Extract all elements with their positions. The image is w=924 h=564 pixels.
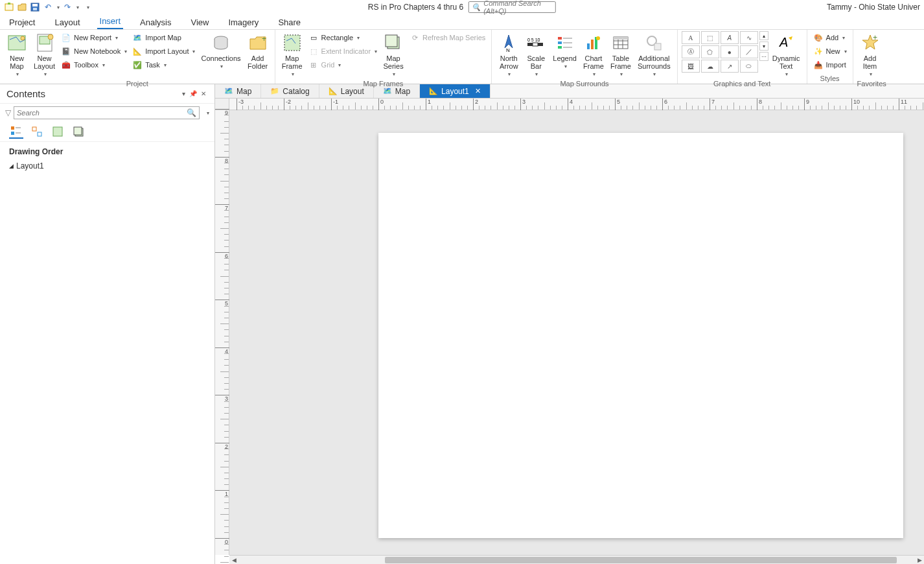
- open-project-icon[interactable]: [17, 2, 27, 12]
- rectangle-icon: ▭: [308, 32, 319, 43]
- import-layout-button[interactable]: 📐Import Layout▾: [130, 45, 197, 58]
- save-project-icon[interactable]: [30, 2, 40, 12]
- ruler-horizontal: -3-2-101234567891011: [229, 99, 924, 110]
- add-favorite-button[interactable]: + AddItem▾: [857, 31, 883, 78]
- pane-pin-icon[interactable]: 📌: [187, 90, 199, 97]
- search-dropdown-icon[interactable]: ▾: [207, 110, 209, 116]
- map-frame-icon: [282, 32, 303, 53]
- toc-tab-drawing-order[interactable]: [9, 124, 23, 139]
- chart-frame-button[interactable]: ChartFrame▾: [581, 31, 606, 78]
- svg-rect-12: [284, 35, 300, 51]
- horizontal-scrollbar[interactable]: ◀ ▶: [229, 555, 924, 564]
- new-report-button[interactable]: 📄New Report▾: [59, 31, 129, 44]
- map-series-button[interactable]: MapSeries▾: [380, 31, 406, 78]
- import-map-button[interactable]: 🗺️Import Map: [130, 31, 197, 44]
- add-style-icon: 🎨: [813, 32, 824, 43]
- new-project-icon[interactable]: [4, 2, 14, 12]
- toc-tab-element-type[interactable]: [30, 124, 44, 139]
- toc-item-label: Layout1: [16, 161, 44, 170]
- redo-icon[interactable]: ↷: [62, 2, 73, 12]
- ribbon-tab-project[interactable]: Project: [6, 16, 38, 29]
- undo-dropdown-icon[interactable]: ▾: [57, 5, 60, 10]
- toolbox-button[interactable]: 🧰Toolbox▾: [59, 58, 129, 71]
- redo-dropdown-icon[interactable]: ▾: [76, 5, 79, 10]
- point-tool-icon[interactable]: ●: [721, 45, 739, 58]
- circle-text-icon[interactable]: Ⓐ: [682, 45, 700, 58]
- svg-rect-22: [558, 46, 562, 49]
- command-search[interactable]: 🔍 Command Search (Alt+Q): [468, 1, 556, 13]
- dynamic-text-label: DynamicText: [772, 54, 800, 70]
- extent-icon: ⬚: [308, 46, 319, 56]
- layout-page[interactable]: [378, 133, 903, 538]
- legend-label: Legend: [553, 54, 577, 62]
- scroll-thumb[interactable]: [385, 557, 897, 563]
- toc-tab-map-series[interactable]: [71, 124, 86, 139]
- cloud-tool-icon[interactable]: ☁: [701, 60, 719, 73]
- styles-add-button[interactable]: 🎨Add▾: [811, 31, 849, 44]
- ellipse-tool-icon[interactable]: ⬭: [740, 60, 758, 73]
- add-folder-label: AddFolder: [248, 54, 268, 70]
- ribbon-tab-insert[interactable]: Insert: [97, 14, 124, 29]
- dynamic-text-button[interactable]: A DynamicText▾: [770, 31, 803, 78]
- ribbon-tab-layout[interactable]: Layout: [52, 16, 82, 29]
- user-label[interactable]: Tammy - Ohio State Univer: [827, 3, 920, 12]
- styles-new-button[interactable]: ✨New▾: [811, 45, 849, 58]
- connections-button[interactable]: Connections▾: [198, 31, 243, 71]
- task-button[interactable]: ✅Task▾: [130, 58, 197, 71]
- gallery-down-icon[interactable]: ▾: [759, 41, 768, 51]
- picture-tool-icon[interactable]: 🖼: [682, 60, 700, 73]
- svg-point-29: [596, 36, 600, 40]
- table-frame-button[interactable]: TableFrame▾: [608, 31, 634, 78]
- text-tool-icon[interactable]: A: [682, 31, 700, 44]
- legend-button[interactable]: Legend▾: [550, 31, 579, 71]
- new-notebook-button[interactable]: 📓New Notebook▾: [59, 45, 129, 58]
- toc-item-layout[interactable]: ◢ Layout1: [9, 160, 205, 172]
- svg-rect-1: [8, 3, 10, 5]
- arrow-tool-icon[interactable]: ↗: [721, 60, 739, 73]
- scale-bar-button[interactable]: 0 5 10 ScaleBar▾: [523, 31, 549, 78]
- gallery-up-icon[interactable]: ▴: [759, 31, 768, 40]
- filter-icon[interactable]: ▽: [5, 108, 11, 117]
- svg-rect-3: [32, 4, 38, 6]
- scroll-left-icon[interactable]: ◀: [229, 556, 238, 565]
- search-go-icon[interactable]: 🔍: [187, 108, 196, 117]
- graphics-gallery[interactable]: A ⬚ A ∿ Ⓐ ⬠ ● ／ 🖼 ☁ ↗ ⬭: [682, 31, 758, 73]
- undo-icon[interactable]: ↶: [43, 2, 53, 12]
- straight-text-icon[interactable]: A: [721, 31, 739, 44]
- north-arrow-button[interactable]: N NorthArrow▾: [496, 31, 522, 78]
- svg-rect-35: [614, 37, 628, 40]
- scroll-right-icon[interactable]: ▶: [915, 556, 924, 565]
- toc-tab-map-frame[interactable]: [51, 124, 65, 139]
- add-folder-button[interactable]: + AddFolder: [245, 31, 271, 71]
- rectangle-button[interactable]: ▭Rectangle▾: [306, 31, 379, 44]
- styles-import-button[interactable]: 📥Import: [811, 58, 849, 71]
- contents-search-input[interactable]: [14, 106, 200, 119]
- map-series-label: MapSeries: [383, 54, 403, 70]
- table-frame-label: TableFrame: [610, 54, 631, 70]
- gallery-more-icon[interactable]: ⋯: [759, 52, 768, 61]
- ribbon-tab-share[interactable]: Share: [275, 16, 303, 29]
- qat-customize-icon[interactable]: ▾: [87, 5, 89, 10]
- svg-rect-21: [558, 41, 562, 44]
- pane-close-icon[interactable]: ✕: [199, 90, 208, 97]
- line-tool-icon[interactable]: ／: [740, 45, 758, 58]
- polygon-text-icon[interactable]: ⬠: [701, 45, 719, 58]
- pane-menu-icon[interactable]: ▾: [180, 90, 187, 97]
- legend-icon: [555, 32, 575, 53]
- map-frame-button[interactable]: MapFrame▾: [279, 31, 305, 78]
- add-favorite-label: AddItem: [863, 54, 877, 70]
- rectangle-text-icon[interactable]: ⬚: [701, 31, 719, 44]
- collapse-icon[interactable]: ◢: [9, 163, 14, 169]
- scale-bar-icon: 0 5 10: [526, 32, 546, 53]
- ribbon-tab-view[interactable]: View: [188, 16, 211, 29]
- layout-canvas[interactable]: -3-2-101234567891011 9876543210 ◀ ▶: [215, 99, 924, 564]
- canvas-background[interactable]: [229, 110, 924, 555]
- ribbon-tab-imagery[interactable]: Imagery: [225, 16, 261, 29]
- ribbon-tab-analysis[interactable]: Analysis: [137, 16, 174, 29]
- new-map-button[interactable]: NewMap▾: [4, 31, 30, 78]
- new-layout-button[interactable]: NewLayout▾: [31, 31, 58, 78]
- folder-icon: +: [248, 32, 268, 53]
- additional-surrounds-button[interactable]: AdditionalSurrounds▾: [635, 31, 673, 78]
- curved-text-icon[interactable]: ∿: [740, 31, 758, 44]
- ruler-h-tick: 6: [662, 99, 667, 110]
